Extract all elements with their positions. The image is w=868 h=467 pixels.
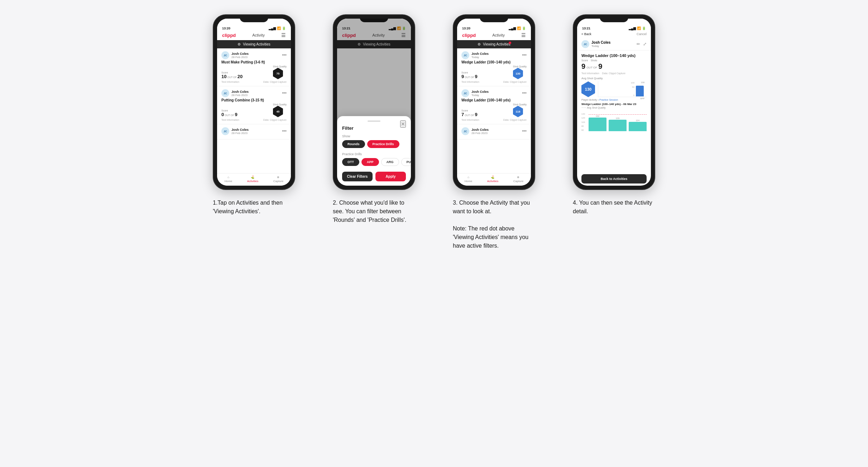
viewing-bar-3[interactable]: ⚙ Viewing Activities bbox=[457, 40, 531, 48]
card-dots-1-1[interactable]: ••• bbox=[282, 53, 287, 58]
filter-title: Filter bbox=[342, 125, 406, 131]
bottom-nav-1: ⌂ Home ⛳ Activities ⊕ Capture bbox=[217, 173, 291, 186]
avatar-3-2: JC bbox=[461, 89, 469, 97]
nav-activities-1[interactable]: ⛳ Activities bbox=[247, 176, 259, 183]
activity-card-1-3[interactable]: JC Josh Coles 28 Feb 2023 ••• bbox=[217, 124, 291, 139]
filter-tag-pills: OTT APP ARG PUTT bbox=[342, 158, 406, 166]
activity-card-3-2[interactable]: JC Josh Coles Today ••• Wedge Ladder (10… bbox=[457, 86, 531, 124]
card-dots-1-3[interactable]: ••• bbox=[282, 129, 287, 134]
logo-1[interactable]: clippd bbox=[222, 33, 236, 38]
activity-card-3-3[interactable]: JC Josh Coles 28 Feb 2023 ••• bbox=[457, 124, 531, 139]
back-button-4[interactable]: < Back bbox=[581, 32, 591, 36]
chart-y-100-4: 100 bbox=[631, 82, 634, 84]
capture-label-3: Capture bbox=[513, 180, 523, 183]
sq-label-1-1: Shot Quality bbox=[273, 65, 287, 68]
shots-value-3-1: 9 bbox=[475, 74, 478, 79]
avg-shot-row-4: 130 130 APP 100 50 0 bbox=[581, 81, 647, 97]
nav-capture-3[interactable]: ⊕ Capture bbox=[513, 176, 523, 183]
card-title-3-2: Wedge Ladder (100–140 yds) bbox=[461, 98, 527, 102]
status-icons-4: ▂▄▆ 📶 🔋 bbox=[629, 27, 646, 30]
filter-rounds-pill[interactable]: Rounds bbox=[342, 140, 365, 148]
user-name-3-2: Josh Coles bbox=[471, 90, 522, 94]
detail-user-info-4: Josh Coles Today bbox=[591, 40, 610, 48]
logo-3[interactable]: clippd bbox=[462, 33, 476, 38]
card-footer-1-2: Test Information Data: Clippd Capture bbox=[221, 119, 287, 121]
user-date-3-2: Today bbox=[471, 94, 522, 97]
caption-3: 3. Choose the Activity that you want to … bbox=[453, 199, 535, 250]
viewing-bar-1[interactable]: ⚙ Viewing Activities bbox=[217, 40, 291, 48]
card-title-1-2: Putting Combine (3-15 ft) bbox=[221, 98, 287, 102]
capture-label-1: Capture bbox=[273, 180, 283, 183]
data-capture-1-1: Data: Clippd Capture bbox=[263, 81, 287, 83]
filter-tag-arg[interactable]: ARG bbox=[381, 158, 399, 166]
detail-score-group-4: 9 OUT OF 9 bbox=[581, 62, 636, 71]
activity-card-3-1[interactable]: JC Josh Coles Today ••• Wedge Ladder (10… bbox=[457, 48, 531, 86]
card-dots-1-2[interactable]: ••• bbox=[282, 91, 287, 96]
nav-capture-1[interactable]: ⊕ Capture bbox=[273, 176, 283, 183]
chart-y-50-4: 50 bbox=[632, 86, 634, 88]
notch-1 bbox=[240, 15, 268, 22]
score-shots-labels-4: Score Shots bbox=[581, 59, 636, 62]
bar-value-3-4: 124 bbox=[636, 119, 639, 121]
data-capture-1-2: Data: Clippd Capture bbox=[263, 119, 287, 121]
outof-3-2: OUT OF bbox=[465, 114, 474, 117]
detail-test-info-4: Test Information Data: Clippd Capture bbox=[581, 72, 647, 75]
score-value-1-2: 0 bbox=[221, 112, 224, 117]
card-header-1-2: JC Josh Coles 28 Feb 2023 ••• bbox=[221, 89, 287, 97]
filter-drills-pill[interactable]: Practice Drills bbox=[367, 140, 399, 148]
bar-value-1-4: 132 bbox=[596, 115, 599, 117]
card-dots-3-1[interactable]: ••• bbox=[522, 53, 527, 58]
activity-card-1-2[interactable]: JC Josh Coles 28 Feb 2023 ••• Putting Co… bbox=[217, 86, 291, 124]
viewing-label-3: Viewing Activities bbox=[483, 42, 510, 46]
nav-home-1[interactable]: ⌂ Home bbox=[225, 176, 232, 183]
detail-avatar-4: JC bbox=[581, 40, 589, 48]
filter-actions: Clear Filters Apply bbox=[342, 172, 406, 181]
menu-icon-1[interactable]: ☰ bbox=[281, 32, 286, 38]
user-date-1-1: 28 Feb 2023 bbox=[231, 56, 282, 59]
bar-chart-bars-4: 132 129 124 bbox=[589, 113, 647, 131]
menu-icon-3[interactable]: ☰ bbox=[521, 32, 526, 38]
nav-home-3[interactable]: ⌂ Home bbox=[465, 176, 472, 183]
shots-value-1-1: 20 bbox=[238, 74, 243, 79]
user-info-1-3: Josh Coles 28 Feb 2023 bbox=[231, 128, 282, 135]
cancel-button-4[interactable]: Cancel bbox=[637, 32, 647, 36]
battery-icon-3: 🔋 bbox=[522, 27, 526, 30]
clear-filters-button[interactable]: Clear Filters bbox=[342, 172, 373, 181]
score-group-3-1: Score 9 OUT OF 9 bbox=[461, 71, 478, 79]
bar-chart-title-4: Wedge Ladder (100–140 yds) - 06 Mar 23 bbox=[581, 103, 647, 106]
capture-icon-3: ⊕ bbox=[517, 176, 519, 179]
bar-fill-3-4 bbox=[629, 122, 647, 131]
expand-icon-4[interactable]: ⤢ bbox=[643, 42, 647, 47]
sq-group-1-2: Shot Quality 45 bbox=[273, 103, 287, 117]
wifi-icon-3: 📶 bbox=[517, 27, 521, 30]
page-wrapper: 13:20 ▂▄▆ 📶 🔋 clippd Activity ☰ ⚙ Vi bbox=[201, 14, 667, 250]
filter-tag-ott[interactable]: OTT bbox=[342, 158, 359, 166]
notch-3 bbox=[480, 15, 508, 22]
bar-item-2-4: 129 bbox=[609, 117, 627, 131]
detail-content-4: Wedge Ladder (100–140 yds) Score Shots 9… bbox=[577, 51, 651, 172]
score-group-3-2: Score 7 OUT OF 9 bbox=[461, 109, 478, 117]
sq-group-3-1: Shot Quality 130 bbox=[513, 65, 527, 79]
user-name-1-2: Josh Coles bbox=[231, 90, 282, 94]
back-to-activities-btn-4[interactable]: Back to Activities bbox=[581, 174, 647, 184]
red-dot-3 bbox=[509, 42, 511, 44]
filter-tag-app[interactable]: APP bbox=[361, 158, 379, 166]
user-date-1-2: 28 Feb 2023 bbox=[231, 94, 282, 97]
apply-button[interactable]: Apply bbox=[375, 172, 406, 181]
card-footer-1-1: Test Information Data: Clippd Capture bbox=[221, 81, 287, 83]
sq-label-1-2: Shot Quality bbox=[273, 103, 287, 106]
nav-activities-3[interactable]: ⛳ Activities bbox=[487, 176, 499, 183]
activity-card-1-1[interactable]: JC Josh Coles 28 Feb 2023 ••• Must Make … bbox=[217, 48, 291, 86]
filter-modal: ✕ Filter Show Rounds Practice Drills Pra… bbox=[337, 116, 411, 186]
bar-chart-subtitle-4: ⋯⋯ Avg Shot Quality bbox=[581, 106, 647, 109]
detail-user-row-4: JC Josh Coles Today ✏ ⤢ bbox=[577, 38, 651, 51]
edit-icon-4[interactable]: ✏ bbox=[637, 42, 640, 47]
filter-tag-putt[interactable]: PUTT bbox=[401, 158, 411, 166]
status-time-1: 13:20 bbox=[222, 27, 230, 30]
bar-item-3-4: 124 bbox=[629, 119, 647, 131]
score-value-group-3-1: 9 OUT OF 9 bbox=[461, 74, 478, 79]
status-time-4: 13:21 bbox=[582, 27, 590, 30]
filter-close-button[interactable]: ✕ bbox=[400, 120, 406, 128]
card-dots-3-2[interactable]: ••• bbox=[522, 91, 527, 96]
card-dots-3-3[interactable]: ••• bbox=[522, 129, 527, 134]
